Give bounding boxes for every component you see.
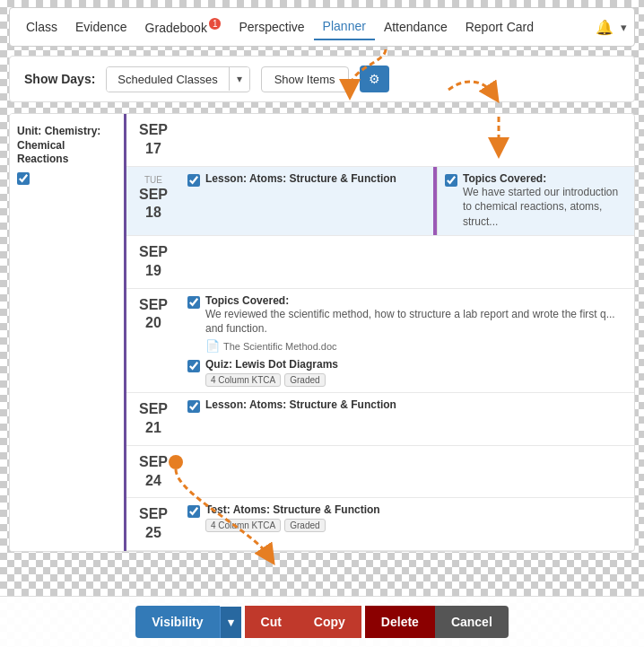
item-title: Quiz: Lewis Dot Diagrams (205, 358, 338, 371)
list-item: Quiz: Lewis Dot Diagrams 4 Column KTCA G… (187, 358, 627, 387)
items-cell-sep24 (180, 446, 634, 498)
copy-button[interactable]: Copy (298, 606, 361, 638)
date-label: SEP18 (130, 186, 177, 223)
delete-button[interactable]: Delete (365, 606, 435, 638)
show-days-value: Scheduled Classes (107, 67, 228, 92)
item-desc: We reviewed the scientific method, how t… (205, 307, 627, 337)
nav-item-evidence[interactable]: Evidence (66, 14, 136, 39)
item-content: Topics Covered: We have started our intr… (463, 172, 627, 230)
item-desc: We have started our introduction to chem… (463, 185, 627, 230)
list-item: Test: Atoms: Structure & Function 4 Colu… (187, 503, 627, 532)
toolbar: Show Days: Scheduled Classes ▾ Show Item… (9, 56, 635, 102)
file-icon: 📄 (205, 339, 220, 353)
item-checkbox[interactable] (187, 400, 200, 413)
items-cell-sep17 (180, 114, 634, 166)
item-checkbox[interactable] (187, 174, 200, 187)
date-row-sep24: SEP24 (126, 446, 634, 499)
list-item: Lesson: Atoms: Structure & Function (187, 172, 426, 187)
top-navigation: Class Evidence Gradebook1 Perspective Pl… (9, 7, 635, 47)
date-label: SEP25 (130, 505, 177, 543)
tag-graded: Graded (284, 373, 325, 387)
item-tags: 4 Column KTCA Graded (205, 373, 627, 387)
nav-dropdown-chevron[interactable]: ▾ (621, 21, 627, 34)
item-content: Topics Covered: We reviewed the scientif… (205, 294, 627, 354)
date-cell-sep24: SEP24 (126, 446, 180, 498)
date-cell-sep25: SEP25 (126, 498, 180, 550)
right-column: Topics Covered: We have started our intr… (437, 167, 634, 235)
date-cell-sep18: TUE SEP18 (126, 167, 180, 235)
item-checkbox[interactable] (187, 296, 200, 309)
item-content: Lesson: Atoms: Structure & Function (205, 172, 426, 185)
unit-checkbox[interactable] (17, 172, 30, 185)
gear-button[interactable]: ⚙ (360, 66, 389, 92)
nav-item-perspective[interactable]: Perspective (230, 14, 313, 39)
date-label: SEP20 (130, 296, 177, 334)
gradebook-label: Gradebook (145, 21, 207, 35)
item-content: Test: Atoms: Structure & Function 4 Colu… (205, 503, 627, 532)
nav-item-report-card[interactable]: Report Card (457, 14, 543, 39)
item-checkbox[interactable] (187, 360, 200, 372)
main-content: Unit: Chemistry: Chemical Reactions SEP1… (9, 113, 635, 552)
show-days-caret[interactable]: ▾ (229, 67, 249, 91)
items-cell-sep18: Lesson: Atoms: Structure & Function (180, 167, 433, 235)
date-label: SEP17 (130, 121, 177, 159)
show-items-button[interactable]: Show Items (261, 66, 349, 92)
items-cell-sep25: Test: Atoms: Structure & Function 4 Colu… (180, 498, 634, 550)
nav-item-attendance[interactable]: Attendance (375, 14, 457, 39)
date-row-sep20: SEP20 Topics Covered: We reviewed the sc… (126, 289, 634, 394)
date-cell-sep20: SEP20 (126, 289, 180, 393)
nav-item-planner[interactable]: Planner (314, 13, 375, 40)
item-title: Lesson: Atoms: Structure & Function (205, 398, 396, 411)
cancel-button[interactable]: Cancel (435, 606, 509, 638)
gradebook-badge: 1 (209, 18, 222, 30)
cut-button[interactable]: Cut (245, 606, 298, 638)
date-label: SEP21 (130, 400, 177, 438)
unit-title: Unit: Chemistry: Chemical Reactions (17, 125, 117, 167)
show-days-dropdown[interactable]: Scheduled Classes ▾ (106, 66, 249, 92)
nav-item-gradebook[interactable]: Gradebook1 (136, 13, 231, 40)
item-content: Quiz: Lewis Dot Diagrams 4 Column KTCA G… (205, 358, 627, 387)
calendar-area: SEP17 TUE SEP18 Lesson: Atoms: Structure… (126, 114, 634, 551)
tag-ktca: 4 Column KTCA (205, 519, 281, 532)
item-title: Topics Covered: (463, 172, 546, 185)
date-cell-sep19: SEP19 (126, 236, 180, 288)
date-row-sep18: TUE SEP18 Lesson: Atoms: Structure & Fun… (126, 167, 634, 236)
items-cell-sep19 (180, 236, 634, 288)
unit-sidebar: Unit: Chemistry: Chemical Reactions (10, 114, 126, 551)
item-checkbox[interactable] (445, 174, 457, 187)
tag-ktca: 4 Column KTCA (205, 373, 281, 387)
items-cell-sep21: Lesson: Atoms: Structure & Function (180, 393, 634, 445)
list-item: Topics Covered: We have started our intr… (445, 172, 627, 230)
item-title: Test: Atoms: Structure & Function (205, 503, 380, 516)
items-cell-sep20: Topics Covered: We reviewed the scientif… (180, 289, 634, 393)
nav-item-class[interactable]: Class (17, 14, 66, 39)
visibility-caret-button[interactable]: ▾ (220, 607, 241, 638)
date-label: SEP24 (130, 453, 177, 491)
visibility-button[interactable]: Visibility (135, 606, 219, 638)
action-bar: Visibility ▾ Cut Copy Delete Cancel (0, 596, 644, 647)
file-attachment: 📄 The Scientific Method.doc (205, 339, 627, 353)
item-title: Topics Covered: (205, 294, 289, 307)
bell-icon[interactable]: 🔔 (596, 19, 614, 36)
item-title: Lesson: Atoms: Structure & Function (205, 172, 396, 185)
tag-graded: Graded (284, 519, 325, 532)
date-cell-sep21: SEP21 (126, 393, 180, 445)
item-tags: 4 Column KTCA Graded (205, 519, 627, 532)
date-dow: TUE (130, 174, 177, 186)
date-cell-sep17: SEP17 (126, 114, 180, 166)
list-item: Topics Covered: We reviewed the scientif… (187, 294, 627, 354)
item-checkbox[interactable] (187, 505, 200, 518)
date-row-sep21: SEP21 Lesson: Atoms: Structure & Functio… (126, 393, 634, 446)
date-row-sep17: SEP17 (126, 114, 634, 167)
file-name: The Scientific Method.doc (223, 341, 337, 352)
show-days-label: Show Days: (24, 72, 95, 86)
item-content: Lesson: Atoms: Structure & Function (205, 398, 627, 411)
date-label: SEP19 (130, 243, 177, 281)
list-item: Lesson: Atoms: Structure & Function (187, 398, 627, 413)
date-row-sep25: SEP25 Test: Atoms: Structure & Function … (126, 498, 634, 551)
date-row-sep19: SEP19 (126, 236, 634, 289)
